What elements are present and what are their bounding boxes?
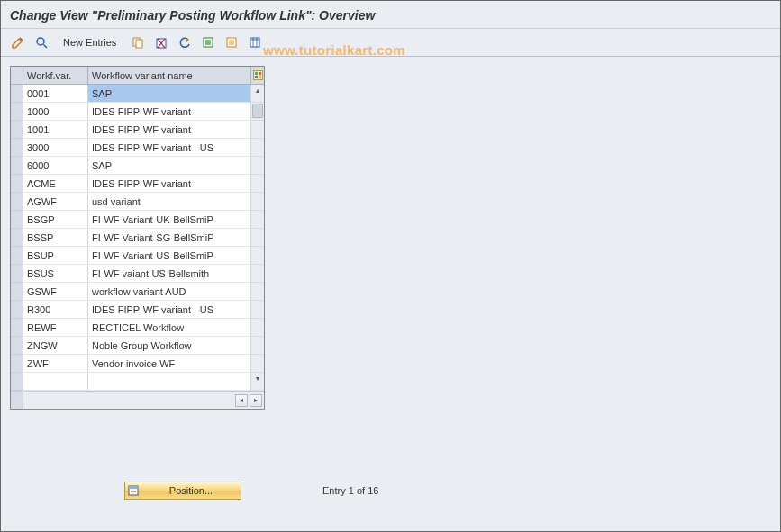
cell-name[interactable]: Noble Group Workflow	[88, 337, 251, 355]
delete-icon[interactable]	[151, 32, 171, 52]
hscroll-left-icon[interactable]: ◂	[235, 394, 248, 407]
select-all-icon[interactable]	[198, 32, 218, 52]
cell-name[interactable]: IDES FIPP-WF variant - US	[88, 139, 251, 157]
row-selector[interactable]	[11, 175, 23, 193]
column-header-code[interactable]: Workf.var.	[23, 67, 88, 85]
cell-name[interactable]: FI-WF Variant-US-BellSmiP	[88, 247, 251, 265]
row-selector[interactable]	[11, 319, 23, 337]
row-selector[interactable]	[11, 283, 23, 301]
cell-code[interactable]: BSSP	[23, 229, 88, 247]
cell-name[interactable]: RECTICEL Workflow	[88, 319, 251, 337]
row-selector[interactable]	[11, 301, 23, 319]
deselect-all-icon[interactable]	[222, 32, 241, 52]
cell-code[interactable]: 1001	[23, 121, 88, 139]
table-row: 1000IDES FIPP-WF variant	[11, 103, 264, 121]
cell-name[interactable]: IDES FIPP-WF variant - US	[88, 301, 251, 319]
cell-code[interactable]: 3000	[23, 139, 88, 157]
cell-code[interactable]: ZWF	[23, 355, 88, 373]
cell-name[interactable]: FI-WF Variant-UK-BellSmiP	[88, 211, 251, 229]
position-icon	[125, 482, 141, 499]
copy-icon[interactable]	[128, 32, 148, 52]
cell-code[interactable]: R300	[23, 301, 88, 319]
cell-code[interactable]: 0001	[23, 85, 88, 103]
cell-code[interactable]: 1000	[23, 103, 88, 121]
vscroll-track[interactable]	[251, 193, 264, 211]
position-button[interactable]: Position...	[124, 482, 241, 500]
vscroll-track[interactable]	[251, 229, 264, 247]
svg-rect-9	[250, 38, 259, 41]
cell-code[interactable]: BSUS	[23, 265, 88, 283]
cell-name[interactable]: workflow variant AUD	[88, 283, 251, 301]
row-selector[interactable]	[11, 211, 23, 229]
cell-name[interactable]: IDES FIPP-WF variant	[88, 121, 251, 139]
row-selector[interactable]	[11, 229, 23, 247]
vscroll-track[interactable]	[251, 319, 264, 337]
footer-selector[interactable]	[11, 392, 23, 409]
vscroll-track[interactable]	[251, 103, 264, 121]
row-selector[interactable]	[11, 265, 23, 283]
table-row: BSGPFI-WF Variant-UK-BellSmiP	[11, 211, 264, 229]
cell-name[interactable]: SAP	[88, 157, 251, 175]
row-selector[interactable]	[11, 103, 23, 121]
svg-point-0	[37, 38, 44, 45]
row-selector[interactable]	[11, 85, 23, 103]
cell-name[interactable]: FI-WF vaiant-US-Bellsmith	[88, 265, 251, 283]
row-selector[interactable]	[11, 139, 23, 157]
find-icon[interactable]	[32, 32, 51, 52]
vscroll-track[interactable]: ▾	[251, 373, 264, 391]
cell-code[interactable]: GSWF	[23, 283, 88, 301]
toolbar: New Entries	[1, 29, 780, 57]
svg-rect-14	[259, 76, 261, 78]
vscroll-track[interactable]	[251, 247, 264, 265]
select-all-header[interactable]	[11, 67, 23, 85]
row-selector[interactable]	[11, 157, 23, 175]
column-header-name[interactable]: Workflow variant name	[88, 67, 251, 85]
row-selector[interactable]	[11, 337, 23, 355]
cell-code[interactable]: ACME	[23, 175, 88, 193]
cell-name[interactable]: SAP	[88, 85, 251, 103]
vscroll-track[interactable]	[251, 157, 264, 175]
row-selector[interactable]	[11, 247, 23, 265]
cell-code[interactable]: BSUP	[23, 247, 88, 265]
cell-name[interactable]: Vendor invoice WF	[88, 355, 251, 373]
cell-name[interactable]: IDES FIPP-WF variant	[88, 175, 251, 193]
cell-code[interactable]: BSGP	[23, 211, 88, 229]
vscroll-track[interactable]	[251, 283, 264, 301]
cell-name[interactable]: IDES FIPP-WF variant	[88, 103, 251, 121]
hscroll-track[interactable]	[23, 392, 224, 409]
cell-code[interactable]	[23, 373, 88, 391]
table-row: BSUSFI-WF vaiant-US-Bellsmith	[11, 265, 264, 283]
vscroll-up-icon[interactable]: ▴	[251, 85, 264, 97]
vscroll-track[interactable]	[251, 355, 264, 373]
undo-icon[interactable]	[175, 32, 195, 52]
cell-code[interactable]: AGWF	[23, 193, 88, 211]
row-selector[interactable]	[11, 121, 23, 139]
vscroll-track[interactable]	[251, 121, 264, 139]
vscroll-down-icon[interactable]: ▾	[251, 373, 264, 385]
row-selector[interactable]	[11, 373, 23, 391]
vscroll-track[interactable]	[251, 211, 264, 229]
vscroll-track[interactable]	[251, 301, 264, 319]
vscroll-track[interactable]	[251, 139, 264, 157]
vscroll-track[interactable]	[251, 175, 264, 193]
vscroll-track[interactable]: ▴	[251, 85, 264, 103]
row-selector[interactable]	[11, 355, 23, 373]
cell-code[interactable]: ZNGW	[23, 337, 88, 355]
hscroll-right-icon[interactable]: ▸	[250, 394, 262, 407]
new-entries-button[interactable]: New Entries	[55, 33, 124, 51]
table-settings-icon[interactable]	[245, 32, 265, 52]
cell-name[interactable]	[88, 373, 251, 391]
vscroll-thumb[interactable]	[252, 104, 263, 118]
svg-rect-2	[136, 40, 142, 48]
workflow-table: Workf.var. Workflow variant name 0001SAP…	[10, 66, 265, 410]
table-row: ZWFVendor invoice WF	[11, 355, 264, 373]
vscroll-track[interactable]	[251, 337, 264, 355]
cell-code[interactable]: 6000	[23, 157, 88, 175]
vscroll-track[interactable]	[251, 265, 264, 283]
cell-name[interactable]: FI-WF Variant-SG-BellSmiP	[88, 229, 251, 247]
row-selector[interactable]	[11, 193, 23, 211]
table-config-icon[interactable]	[251, 67, 264, 85]
cell-name[interactable]: usd variant	[88, 193, 251, 211]
cell-code[interactable]: REWF	[23, 319, 88, 337]
display-change-icon[interactable]	[8, 32, 28, 52]
